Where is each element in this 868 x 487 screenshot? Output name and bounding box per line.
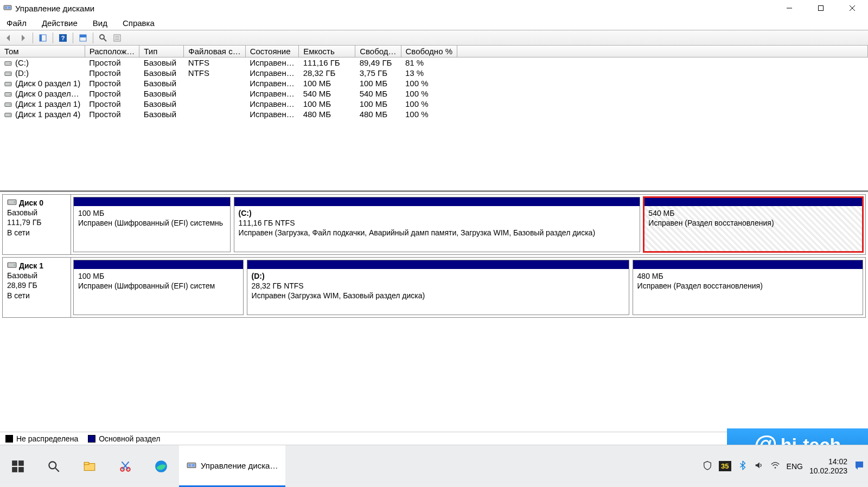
col-fs[interactable]: Файловая с… <box>184 46 245 57</box>
app-icon <box>3 3 12 14</box>
disk-partition[interactable]: (D:)28,32 ГБ NTFSИсправен (Загрузка WIM,… <box>247 260 629 315</box>
disk-partition[interactable]: (C:)111,16 ГБ NTFSИсправен (Загрузка, Фа… <box>234 197 641 252</box>
col-volume[interactable]: Том <box>0 46 85 57</box>
legend-primary: Основной раздел <box>99 434 160 443</box>
help-button[interactable]: ? <box>56 32 69 44</box>
svg-line-14 <box>104 39 106 41</box>
svg-rect-52 <box>856 462 863 467</box>
svg-rect-37 <box>12 467 17 472</box>
tray-volume-icon[interactable] <box>754 460 764 472</box>
col-type[interactable]: Тип <box>139 46 184 57</box>
svg-rect-42 <box>84 462 89 464</box>
svg-text:?: ? <box>61 35 65 41</box>
action-button[interactable] <box>97 32 110 44</box>
svg-point-24 <box>10 84 11 85</box>
drive-icon <box>4 110 15 119</box>
taskbar: Управление диска… 35 ENG 14:02 10.02.202… <box>0 445 868 487</box>
taskbar-explorer[interactable] <box>72 445 107 487</box>
tray-wifi-icon[interactable] <box>770 460 780 472</box>
list-button[interactable] <box>111 32 124 44</box>
drive-icon <box>4 68 15 78</box>
svg-point-32 <box>14 201 15 202</box>
tray-bluetooth-icon[interactable] <box>738 460 748 472</box>
window-titlebar: Управление дисками <box>0 0 868 16</box>
svg-rect-1 <box>5 7 7 9</box>
svg-point-28 <box>10 104 11 105</box>
taskbar-running-diskmgmt[interactable]: Управление диска… <box>179 445 285 487</box>
taskbar-edge[interactable] <box>143 445 179 487</box>
svg-point-26 <box>10 94 11 95</box>
back-button[interactable] <box>2 32 15 44</box>
disk-partition[interactable]: 100 МБИсправен (Шифрованный (EFI) систем <box>73 260 244 315</box>
show-hide-console-tree-button[interactable] <box>36 32 49 44</box>
drive-icon <box>4 79 15 88</box>
tray-notifications-icon[interactable] <box>854 460 865 472</box>
disk-graphic-pane: Диск 0Базовый111,79 ГБВ сети100 МБИсправ… <box>0 194 868 318</box>
disk-partition[interactable]: 540 МБИсправен (Раздел восстановления) <box>643 197 863 252</box>
menu-action[interactable]: Действие <box>39 17 81 29</box>
close-button[interactable] <box>837 0 868 16</box>
volume-row[interactable]: (Диск 0 раздел 1)ПростойБазовыйИсправен…… <box>0 78 868 88</box>
col-status[interactable]: Состояние <box>245 46 299 57</box>
svg-point-34 <box>14 264 15 265</box>
svg-rect-36 <box>18 460 24 466</box>
tray-clock[interactable]: 14:02 10.02.2023 <box>809 457 847 476</box>
menu-file[interactable]: Файл <box>3 17 30 29</box>
col-layout[interactable]: Располож… <box>85 46 139 57</box>
svg-rect-12 <box>80 35 86 37</box>
svg-rect-4 <box>819 6 824 11</box>
svg-point-20 <box>10 63 11 64</box>
drive-icon <box>4 89 15 98</box>
svg-rect-2 <box>8 7 10 9</box>
volume-row[interactable]: (D:)ПростойБазовыйNTFSИсправен…28,32 ГБ3… <box>0 68 868 78</box>
taskbar-running-label: Управление диска… <box>201 461 278 470</box>
svg-rect-38 <box>18 467 24 472</box>
svg-point-13 <box>100 35 104 39</box>
disk-partition[interactable]: 100 МБИсправен (Шифрованный (EFI) систем… <box>73 197 231 252</box>
drive-icon <box>4 99 15 108</box>
search-button[interactable] <box>36 445 72 487</box>
volume-row[interactable]: (Диск 1 раздел 1)ПростойБазовыйИсправен…… <box>0 99 868 109</box>
col-free[interactable]: Свобод… <box>355 46 401 57</box>
svg-point-30 <box>10 114 11 116</box>
legend-unalloc: Не распределена <box>16 434 78 443</box>
tray-language[interactable]: ENG <box>787 462 803 471</box>
svg-point-39 <box>49 462 56 469</box>
volume-row[interactable]: (Диск 1 раздел 4)ПростойБазовыйИсправен…… <box>0 109 868 119</box>
volume-row[interactable]: (Диск 0 раздел…ПростойБазовыйИсправен…54… <box>0 88 868 99</box>
menu-help[interactable]: Справка <box>119 17 158 29</box>
drive-icon <box>4 58 15 67</box>
svg-rect-35 <box>12 460 17 466</box>
svg-rect-8 <box>40 35 42 41</box>
volume-row[interactable]: (C:)ПростойБазовыйNTFSИсправен…111,16 ГБ… <box>0 57 868 68</box>
maximize-button[interactable] <box>805 0 837 16</box>
window-title: Управление дисками <box>15 4 94 13</box>
view-top-button[interactable] <box>76 32 90 44</box>
disk-icon <box>7 261 17 267</box>
toolbar: ? <box>0 30 868 46</box>
disk-partition[interactable]: 480 МБИсправен (Раздел восстановления) <box>633 260 863 315</box>
svg-rect-49 <box>188 464 191 467</box>
taskbar-snip[interactable] <box>107 445 143 487</box>
forward-button[interactable] <box>16 32 29 44</box>
disk-info: Диск 0Базовый111,79 ГБВ сети <box>3 195 71 254</box>
start-button[interactable] <box>0 445 36 487</box>
disk-row: Диск 0Базовый111,79 ГБВ сети100 МБИсправ… <box>2 194 866 255</box>
col-capacity[interactable]: Емкость <box>299 46 355 57</box>
col-freepct[interactable]: Свободно % <box>401 46 457 57</box>
volume-list[interactable]: Том Располож… Тип Файловая с… Состояние … <box>0 46 868 192</box>
menu-view[interactable]: Вид <box>90 17 111 29</box>
disk-row: Диск 1Базовый28,89 ГБВ сети100 МБИсправе… <box>2 257 866 318</box>
svg-line-40 <box>55 468 59 472</box>
disk-icon <box>7 198 17 204</box>
legend-swatch-unalloc <box>5 435 13 443</box>
tray-security-icon[interactable] <box>703 460 712 472</box>
svg-point-51 <box>774 467 776 469</box>
svg-point-22 <box>10 73 11 74</box>
menu-bar: Файл Действие Вид Справка <box>0 16 868 30</box>
tray-badge[interactable]: 35 <box>719 461 731 471</box>
minimize-button[interactable] <box>774 0 805 16</box>
legend-swatch-primary <box>88 435 95 443</box>
svg-rect-50 <box>192 464 195 467</box>
disk-info: Диск 1Базовый28,89 ГБВ сети <box>3 258 71 317</box>
